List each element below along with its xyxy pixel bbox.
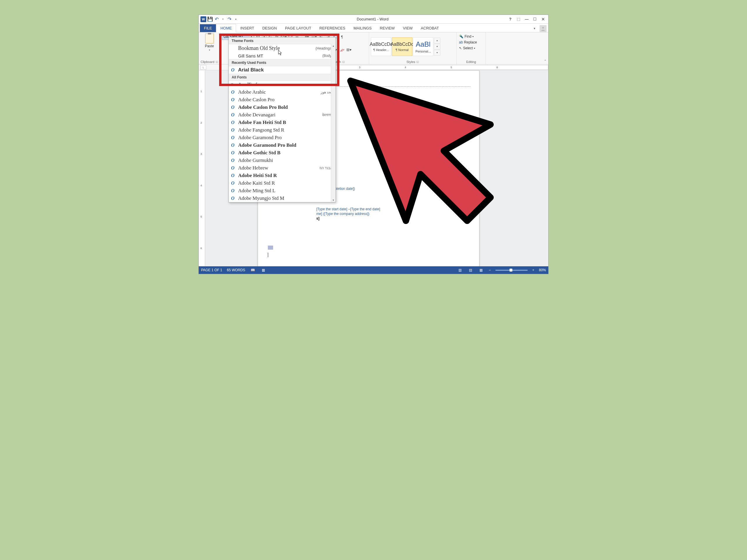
opentype-icon: O — [231, 158, 236, 163]
user-avatar[interactable] — [540, 25, 546, 32]
save-icon[interactable]: 💾 — [207, 17, 213, 22]
font-name: Adobe Ming Std L — [238, 188, 333, 194]
undo-more-icon[interactable]: ▾ — [220, 17, 226, 22]
styles-group: AaBbCcDc ¶ Header... AaBbCcDc ¶ Normal A… — [369, 32, 457, 64]
maximize-icon[interactable]: ☐ — [531, 16, 538, 22]
collapse-ribbon-icon[interactable]: ▾ — [531, 25, 538, 32]
styles-group-label: Styles◱ — [371, 59, 455, 63]
opentype-icon: O — [231, 196, 236, 201]
help-icon[interactable]: ? — [507, 16, 514, 22]
font-option[interactable]: OAdobe Myungjo Std M — [229, 194, 336, 202]
style-preview: AaBbCcDc — [370, 42, 392, 47]
redo-icon[interactable]: ↷ — [227, 17, 232, 22]
scroll-down-icon[interactable]: ▾ — [333, 198, 334, 202]
find-button[interactable]: 🔦Find▾ — [458, 33, 484, 39]
paste-more-icon[interactable]: ▾ — [209, 49, 210, 51]
font-name: Arial Black — [238, 67, 333, 73]
opentype-icon: O — [231, 181, 236, 186]
dialog-launcher-icon[interactable]: ◱ — [342, 60, 345, 63]
font-name: Adobe Kaiti Std R — [238, 180, 333, 186]
ribbon-tabs: FILE HOME INSERT DESIGN PAGE LAYOUT REFE… — [199, 24, 548, 32]
editing-group: 🔦Find▾ abReplace ↖Select▾ Editing — [457, 32, 486, 64]
tab-references[interactable]: REFERENCES — [315, 24, 350, 32]
styles-more-icon[interactable]: ▾ — [434, 50, 440, 56]
font-option[interactable]: OAdobe Ming Std L — [229, 187, 336, 194]
tab-mailings[interactable]: MAILINGS — [349, 24, 376, 32]
borders-icon[interactable]: ⊞▾ — [346, 47, 352, 53]
zoom-out-icon[interactable]: − — [489, 268, 491, 272]
dialog-launcher-icon[interactable]: ◱ — [416, 60, 419, 63]
print-layout-icon[interactable]: ▤ — [468, 268, 473, 272]
font-option[interactable]: OAdobe Kaiti Std R — [229, 179, 336, 187]
tab-selector[interactable]: L — [201, 65, 206, 70]
tab-acrobat[interactable]: ACROBAT — [417, 24, 443, 32]
style-personal[interactable]: AaBl Personal... — [413, 37, 433, 56]
style-normal[interactable]: AaBbCcDc ¶ Normal — [392, 37, 412, 56]
page-indicator[interactable]: PAGE 1 OF 1 — [201, 268, 222, 272]
font-option[interactable]: OAdobe Garamond Pro Bold — [229, 141, 336, 149]
select-button[interactable]: ↖Select▾ — [458, 45, 484, 51]
zoom-slider[interactable] — [495, 270, 527, 271]
font-option[interactable]: O Gill Sans MT (Body) — [229, 52, 336, 59]
macro-record-icon[interactable]: ▦ — [260, 268, 266, 272]
scroll-up-icon[interactable]: ▴ — [333, 44, 334, 47]
font-option[interactable]: OAdobe Garamond Pro — [229, 134, 336, 141]
font-option[interactable]: OAdobe Hebrewאבגד הוז — [229, 164, 336, 172]
font-option[interactable]: OAdobe Fangsong Std R — [229, 126, 336, 134]
style-header[interactable]: AaBbCcDc ¶ Header... — [371, 37, 391, 56]
font-option[interactable]: O Bookman Old Style (Headings) — [229, 44, 336, 52]
tab-page-layout[interactable]: PAGE LAYOUT — [281, 24, 315, 32]
dropdown-scrollbar[interactable]: ▴▾ — [331, 44, 336, 202]
vertical-ruler[interactable]: 1 2 3 4 5 6 — [199, 70, 205, 266]
style-name: Personal... — [415, 50, 431, 53]
font-option[interactable]: OAdobe Caslon Pro Bold — [229, 104, 336, 111]
font-option[interactable]: OAdobe Caslon Pro — [229, 96, 336, 104]
font-option[interactable]: OAdobe Devanagariदेवनागरी — [229, 111, 336, 119]
word-count[interactable]: 65 WORDS — [227, 268, 245, 272]
spellcheck-icon[interactable]: 📖 — [250, 268, 256, 272]
font-name: Adobe Garamond Pro — [238, 135, 333, 140]
binoculars-icon: 🔦 — [459, 34, 463, 38]
zoom-level[interactable]: 80% — [539, 268, 546, 272]
editing-group-label: Editing — [458, 59, 484, 63]
svg-point-0 — [542, 27, 544, 29]
font-option[interactable]: OAdobe Fan Heiti Std B — [229, 119, 336, 126]
truetype-icon: Tᴛ — [231, 83, 236, 87]
show-marks-icon[interactable]: ¶ — [339, 33, 345, 40]
clipboard-icon — [205, 33, 214, 44]
read-mode-icon[interactable]: ▥ — [457, 268, 463, 272]
close-icon[interactable]: ✕ — [540, 16, 546, 22]
tab-home[interactable]: HOME — [216, 24, 236, 32]
ribbon-display-icon[interactable]: ⬚ — [515, 16, 522, 22]
replace-button[interactable]: abReplace — [458, 39, 484, 45]
doc-placeholder-text[interactable]: me] ([Type the company address]) — [316, 212, 369, 216]
font-option[interactable]: TᴛAcadEref — [229, 81, 336, 88]
font-option[interactable]: OAdobe Gurmukhi — [229, 157, 336, 164]
shading-icon[interactable]: ◢▾ — [339, 47, 345, 53]
font-option[interactable]: O Arial Black — [229, 66, 336, 74]
font-name: Adobe Fan Heiti Std B — [238, 119, 333, 126]
font-option[interactable]: OAdobe Gothic Std B — [229, 149, 336, 157]
tab-file[interactable]: FILE — [200, 24, 216, 32]
zoom-in-icon[interactable]: + — [532, 268, 534, 272]
doc-placeholder-text[interactable]: s] — [316, 216, 319, 220]
undo-icon[interactable]: ↶ — [214, 17, 219, 22]
styles-scroll-up-icon[interactable]: ▴ — [434, 37, 440, 44]
tab-design[interactable]: DESIGN — [258, 24, 281, 32]
styles-scroll-down-icon[interactable]: ▾ — [434, 44, 440, 50]
collapse-ribbon-chevron-icon[interactable]: ⌃ — [544, 59, 546, 63]
qat-customize-icon[interactable]: ▾ — [233, 17, 238, 22]
minimize-icon[interactable]: — — [523, 16, 530, 22]
dialog-launcher-icon[interactable]: ◱ — [216, 60, 218, 63]
doc-placeholder-text[interactable]: [Type the start date] –[Type the end dat… — [316, 207, 380, 211]
tab-insert[interactable]: INSERT — [236, 24, 258, 32]
statusbar: PAGE 1 OF 1 65 WORDS 📖 ▦ ▥ ▤ ▦ − + 80% — [199, 266, 548, 274]
theme-fonts-header: Theme Fonts — [229, 37, 336, 44]
font-option[interactable]: OAdobe Heiti Std R — [229, 172, 336, 179]
web-layout-icon[interactable]: ▦ — [478, 268, 484, 272]
tab-view[interactable]: VIEW — [399, 24, 417, 32]
font-option[interactable]: OAdobe Arabicأبجد هوز — [229, 88, 336, 96]
paste-button[interactable]: Paste ▾ — [201, 33, 218, 51]
tab-review[interactable]: REVIEW — [376, 24, 399, 32]
word-window: W 💾 ↶ ▾ ↷ ▾ Document1 - Word ? ⬚ — ☐ ✕ F… — [199, 15, 548, 274]
